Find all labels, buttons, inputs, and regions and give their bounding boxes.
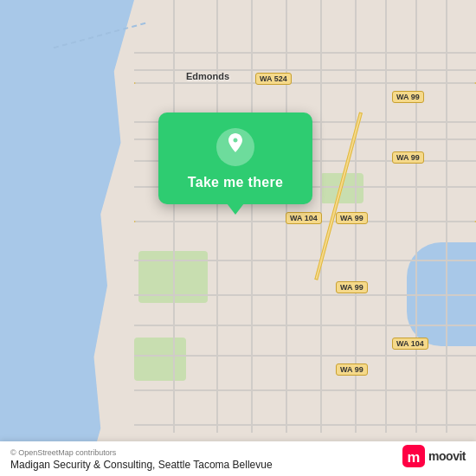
moovit-brand-name: moovit — [428, 449, 466, 463]
moovit-icon: m — [402, 445, 425, 467]
take-me-there-card[interactable]: Take me there — [158, 113, 312, 204]
road-v-445 — [385, 0, 387, 433]
road-top-1 — [134, 52, 476, 54]
bottom-bar: © OpenStreetMap contributors Madigan Sec… — [0, 441, 476, 476]
label-wa99d: WA 99 — [336, 281, 368, 293]
road-h-340 — [134, 294, 476, 296]
road-v-290 — [251, 0, 253, 433]
location-pin-circle — [216, 128, 254, 166]
road-h-490 — [134, 424, 476, 426]
label-wa99c: WA 99 — [336, 212, 368, 224]
label-wa99b: WA 99 — [392, 151, 424, 164]
location-name: Madigan Security & Consulting, Seattle T… — [10, 459, 466, 471]
label-wa104b: WA 104 — [392, 338, 428, 350]
park-area-2 — [134, 338, 186, 381]
city-label-edmonds: Edmonds — [186, 71, 229, 81]
copyright-text: © OpenStreetMap contributors — [10, 448, 466, 457]
take-me-there-button[interactable]: Take me there — [188, 175, 283, 190]
road-h-300 — [134, 260, 476, 261]
label-wa524: WA 524 — [255, 73, 292, 85]
road-h-450 — [134, 389, 476, 391]
road-h-375 — [134, 325, 476, 326]
moovit-logo: m moovit — [402, 445, 466, 467]
road-h-410 — [134, 355, 476, 357]
road-wa524 — [134, 82, 476, 84]
road-v-250 — [216, 0, 218, 433]
road-v-200 — [173, 0, 175, 433]
road-v-515 — [446, 0, 447, 433]
label-wa99e: WA 99 — [336, 363, 368, 376]
road-v-480 — [415, 0, 417, 433]
map-container: WA 524 WA 99 WA 99 WA 99 WA 99 WA 104 WA… — [0, 0, 476, 476]
pin-icon — [225, 133, 246, 161]
svg-text:m: m — [408, 449, 421, 466]
label-wa99a: WA 99 — [392, 91, 424, 103]
label-wa104: WA 104 — [286, 212, 322, 224]
